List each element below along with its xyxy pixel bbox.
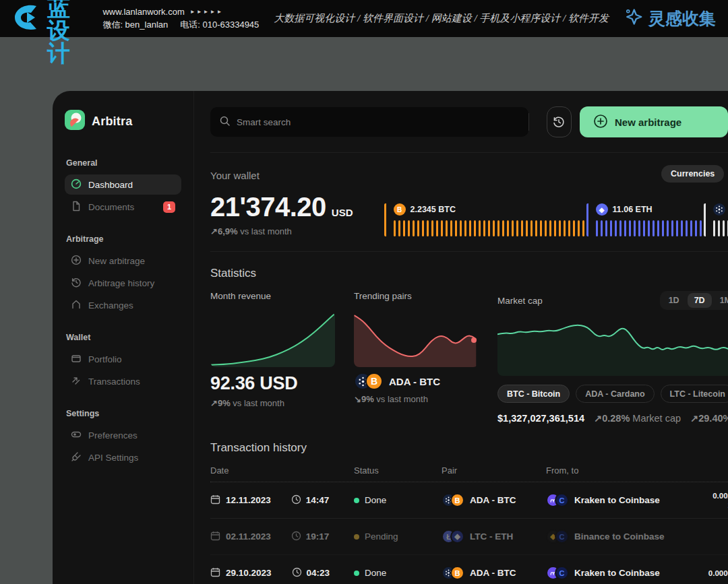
inspiration-collect[interactable]: 灵感收集 [624,7,716,31]
dashboard-gauge-icon [71,179,82,191]
search-bar[interactable] [210,107,528,137]
btc-icon: B [450,493,464,507]
exchange-building-icon [71,299,82,312]
statistics-title: Statistics [210,267,728,280]
banner-services: 大数据可视化设计 / 软件界面设计 / 网站建设 / 手机及小程序设计 / 软件… [274,12,609,25]
search-icon [220,116,230,129]
status-badge: Done [365,495,386,505]
transfer-arrows-icon [71,375,82,388]
sidebar-item-label: Portfolio [88,354,122,364]
coinbase-icon: C [555,566,569,580]
status-pending-dot [354,534,359,540]
sidebar-item-api-settings[interactable]: API Settings [65,447,181,467]
table-row[interactable]: 29.10.2023 04:23 Done B ADA - BTC C [210,555,728,584]
sidebar-item-preferences[interactable]: Preferences [65,425,181,445]
site-banner: 蓝蓝设计 www.lanlanwork.com ►►►►► 微信: ben_la… [0,0,728,37]
banner-wechat: 微信: ben_lanlan [102,19,168,31]
btc-icon: B [365,372,383,390]
time-range-group: 1D 7D 1M [660,291,728,310]
new-arbitrage-button[interactable]: New arbitrage [580,106,728,137]
trend-up-icon: ↗ [690,413,698,424]
volume-delta: ↗29.40% Volume (24h) [690,413,728,424]
clock-icon [291,531,301,543]
range-1m[interactable]: 1M [713,293,728,308]
pill-ltc-litecoin[interactable]: LTC - Litecoin [661,385,728,403]
sidebar-item-documents[interactable]: Documents 1 [65,197,181,217]
chart-end-dot [471,337,477,343]
table-row[interactable]: 02.11.2023 19:17 Pending Ł ◆ LTC - ETH ◆… [210,519,728,555]
sidebar-item-portfolio[interactable]: Portfolio [65,349,181,369]
trend-up-icon: ↗ [210,398,218,408]
sidebar-item-exchanges[interactable]: Exchanges [65,295,181,315]
status-done-dot [354,498,359,503]
month-revenue-value: 92.36 USD [210,373,335,394]
sidebar-item-dashboard[interactable]: Dashboard [65,174,181,195]
wallet-separator [210,251,728,252]
holding-ada[interactable]: 5732.61 ADA [704,203,728,236]
search-input[interactable] [237,117,519,127]
history-icon [71,277,82,290]
main-content: New arbitrage Your wallet Currencies Exc… [194,91,728,584]
eth-bars-chart [596,220,702,236]
holding-amount: 11.06 ETH [613,205,653,214]
lanlan-logo-text: 蓝蓝设计 [47,0,88,65]
sidebar-item-label: Dashboard [88,180,133,190]
btc-icon: B [450,566,464,580]
holding-btc[interactable]: B 2.2345 BTC [384,203,584,236]
tab-currencies[interactable]: Currencies [661,165,724,183]
pill-btc-bitcoin[interactable]: BTC - Bitcoin [497,385,570,403]
eth-icon: ◆ [450,529,464,544]
sidebar: Arbitra General Dashboard Documents 1 Ar… [53,91,194,584]
wallet-body: 21'374.20 USD ↗6,9% vs last month B 2.23… [210,192,728,236]
range-7d[interactable]: 7D [688,293,712,308]
sidebar-item-new-arbitrage[interactable]: New arbitrage [65,251,181,271]
topbar-separator [210,152,728,153]
statistics-row: Month revenue 92.36 USD ↗9% vs last mont… [210,291,728,424]
collect-label: 灵感收集 [648,7,716,30]
toggle-icon [71,429,82,442]
tx-time-value: 19:17 [306,531,330,542]
pill-ada-cardano[interactable]: ADA - Cardano [576,385,654,403]
topbar-divider [528,113,529,131]
eth-icon: ◆ [596,203,608,216]
column-date: Date [210,465,354,476]
range-1d[interactable]: 1D [662,293,686,308]
trending-pairs-delta: ↘9% vs last month [354,394,479,404]
sidebar-item-arbitrage-history[interactable]: Arbitrage history [65,273,181,293]
trending-pairs-label: Trending pairs [354,291,479,301]
calendar-icon [210,567,220,579]
wallet-currency: USD [332,207,353,218]
plus-circle-icon [593,114,608,131]
status-done-dot [354,571,359,576]
tx-route-label: Binance to Coinbase [574,531,665,542]
tx-time-value: 14:47 [306,495,330,505]
tx-pair-label: ADA - BTC [470,568,516,578]
app-brand: Arbitra [65,110,181,133]
btc-bars-chart [394,220,584,236]
table-row[interactable]: 12.11.2023 14:47 Done B ADA - BTC C [210,482,728,519]
tx-pair-label: ADA - BTC [470,495,516,505]
tx-date-value: 02.11.2023 [226,531,271,542]
arbitra-app-window: Arbitra General Dashboard Documents 1 Ar… [53,91,728,584]
clock-icon [291,494,301,507]
coinbase-icon: C [555,493,569,507]
transaction-history-title: Transaction history [210,441,728,455]
tx-route-label: Kraken to Coinbase [574,495,660,505]
sidebar-section-wallet: Wallet [66,333,181,342]
lanlan-logo-icon [12,3,42,35]
market-cap-delta: ↗0.28% Market cap [594,413,681,424]
holding-eth[interactable]: ◆ 11.06 ETH [586,203,702,236]
history-button[interactable] [547,106,572,137]
btc-icon: B [394,203,406,216]
trending-pair: B ADA - BTC [354,372,479,390]
sidebar-item-transactions[interactable]: Transactions [65,371,181,391]
clock-icon [292,567,302,579]
market-cap-label: Market cap [497,296,543,306]
wallet-icon [71,353,82,366]
column-status: Status [354,465,442,476]
wallet-tabs: Currencies Exchanges [661,165,728,183]
tx-route-label: Kraken to Coinbase [574,568,660,578]
sidebar-item-label: API Settings [88,453,138,463]
wallet-holdings: B 2.2345 BTC ◆ 11.06 ETH [384,203,728,236]
sidebar-item-label: Documents [88,202,134,212]
